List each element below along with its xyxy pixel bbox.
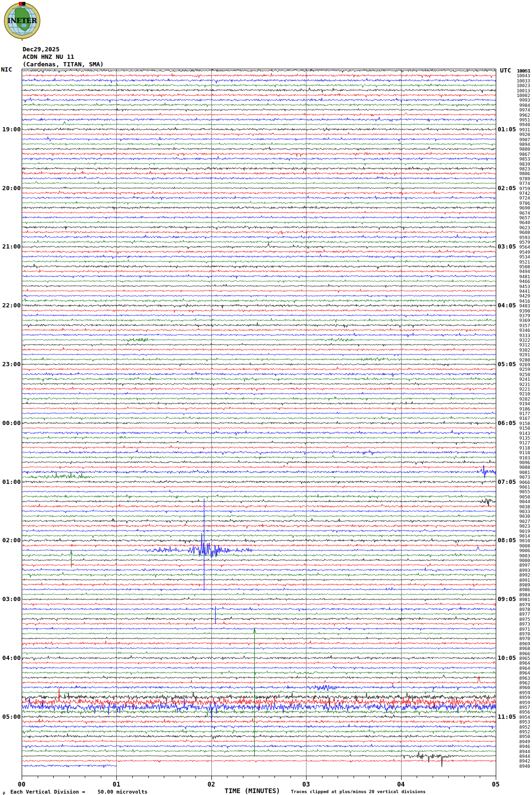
- trace-number: 9044: [509, 499, 530, 504]
- trace-number: 9291: [509, 353, 530, 357]
- trace-number: 9241: [509, 377, 530, 382]
- trace-number: 9010: [509, 538, 530, 543]
- trace-number: 9880: [509, 147, 530, 152]
- trace-number: 9259: [509, 367, 530, 372]
- trace-number: 8977: [509, 612, 530, 617]
- trace-number: 9088: [509, 465, 530, 470]
- trace-number: 9312: [509, 343, 530, 347]
- nic-hour-label: 04:00: [0, 655, 21, 661]
- trace-number: 9494: [509, 269, 530, 274]
- trace-number: 9853: [509, 157, 530, 161]
- trace-number: 9167: [509, 416, 530, 421]
- trace-number: 9429: [509, 294, 530, 298]
- micro-glyph: μ: [3, 791, 5, 795]
- trace-number: 9127: [509, 441, 530, 445]
- nic-hour-label: 23:00: [0, 361, 21, 368]
- x-tick-label: 04: [394, 780, 408, 788]
- trace-number: 8946: [509, 744, 530, 749]
- trace-number: 8940: [509, 764, 530, 769]
- trace-number: 9534: [509, 255, 530, 259]
- trace-number: 8986: [509, 587, 530, 592]
- nic-hour-label: 01:00: [0, 479, 21, 485]
- nic-hour-label: 21:00: [0, 243, 21, 250]
- trace-number: 8953: [509, 720, 530, 724]
- trace-number: 9806: [509, 171, 530, 176]
- trace-number: 10043: [509, 73, 530, 78]
- x-tick-label: 00: [15, 780, 29, 788]
- trace-number: 9073: [509, 475, 530, 480]
- trace-number: 9110: [509, 450, 530, 455]
- trace-number: 9006: [509, 548, 530, 553]
- x-tick-label: 01: [109, 780, 123, 788]
- trace-number: 9055: [509, 490, 530, 494]
- trace-number: 9774: [509, 181, 530, 186]
- x-tick-label: 05: [489, 780, 503, 788]
- trace-number: 9724: [509, 196, 530, 201]
- trace-number: 9030: [509, 514, 530, 519]
- scale-note: Each Vertical Division = 50.00 microvolt…: [10, 789, 147, 795]
- x-tick-label: 03: [299, 780, 313, 788]
- x-tick-label: 02: [204, 780, 218, 788]
- trace-number: 8964: [509, 671, 530, 675]
- trace-number: 8981: [509, 597, 530, 602]
- trace-number: 9150: [509, 426, 530, 431]
- trace-number: 9920: [509, 132, 530, 137]
- trace-number: 9466: [509, 279, 530, 284]
- trace-number: 8970: [509, 636, 530, 641]
- trace-number: 8968: [509, 646, 530, 651]
- trace-number: 9640: [509, 220, 530, 225]
- helicorder-page: INETER Dec29,2025 ACDN HNZ NU 11 (Carden…: [0, 0, 532, 795]
- trace-number: 8960: [509, 685, 530, 690]
- trace-number: 8997: [509, 563, 530, 568]
- seismogram-canvas: [0, 0, 532, 795]
- trace-number: 8964: [509, 661, 530, 666]
- nic-hour-label: 03:00: [0, 596, 21, 602]
- trace-number: 9210: [509, 392, 530, 396]
- nic-hour-label: 02:00: [0, 537, 21, 544]
- trace-number: 9940: [509, 122, 530, 127]
- trace-number: 10023: [509, 83, 530, 88]
- nic-hour-label: 22:00: [0, 302, 21, 309]
- trace-number: 9608: [509, 230, 530, 235]
- x-axis-title: TIME (MINUTES): [225, 787, 280, 795]
- trace-number: 8950: [509, 734, 530, 739]
- nic-hour-label: 20:00: [0, 185, 21, 192]
- trace-number: 9346: [509, 328, 530, 333]
- trace-number: 9369: [509, 318, 530, 323]
- trace-number: 9194: [509, 402, 530, 406]
- trace-number: 8959: [509, 695, 530, 700]
- trace-number: 9023: [509, 524, 530, 529]
- trace-number: 9403: [509, 304, 530, 308]
- trace-number: 8973: [509, 622, 530, 626]
- nic-hour-label: 19:00: [0, 126, 21, 133]
- trace-number: 9974: [509, 108, 530, 112]
- clip-note: Traces clipped at plus/minus 20 vertical…: [291, 789, 426, 794]
- nic-hour-label: 00:00: [0, 420, 21, 426]
- trace-number: 9690: [509, 206, 530, 210]
- trace-number: 8942: [509, 759, 530, 763]
- nic-hour-label: 05:00: [0, 714, 21, 720]
- trace-number: 9993: [509, 98, 530, 103]
- trace-number: 8992: [509, 573, 530, 578]
- trace-number: 8956: [509, 710, 530, 715]
- trace-number: 9564: [509, 245, 530, 249]
